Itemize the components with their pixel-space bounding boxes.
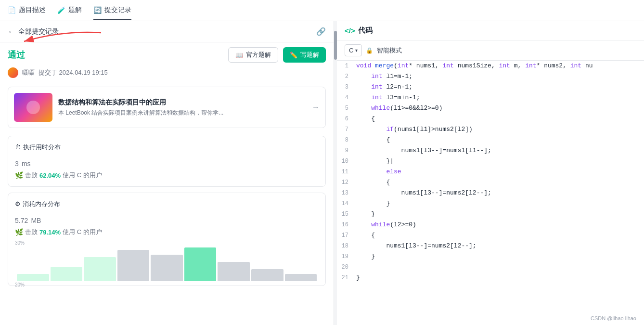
- book-icon: 📖: [235, 52, 243, 59]
- beat-icon-runtime: 🌿: [15, 171, 23, 179]
- beat-icon-memory: 🌿: [15, 228, 23, 236]
- left-content[interactable]: 数据结构和算法在实际项目中的应用 本 LeetBook 结合实际项目案例来讲解算…: [0, 83, 334, 325]
- code-line: 11 else: [337, 167, 644, 177]
- line-number: 8: [337, 135, 356, 145]
- book-thumb-inner: [26, 101, 40, 114]
- official-solution-button[interactable]: 📖 官方题解: [228, 47, 278, 63]
- bar: [51, 267, 83, 281]
- code-bracket-icon: </>: [345, 26, 355, 35]
- status-actions-row: 通过 📖 官方题解 ✏️ 写题解: [0, 42, 334, 67]
- line-code: int l3=m+n-1;: [356, 92, 644, 103]
- code-line: 13 nums1[l3--]=nums2[l2--];: [337, 188, 644, 198]
- line-code: }|: [356, 156, 644, 167]
- watermark: CSDN @lihao lihao: [591, 315, 636, 321]
- line-number: 10: [337, 156, 356, 167]
- memory-section: ⚙ 消耗内存分布 5.72 MB 🌿 击败 79.14% 使用 C 的用户 30…: [8, 193, 326, 286]
- left-panel-wrapper: ← 全部提交记录 🔗 通过: [0, 21, 337, 325]
- tab-solution-label: 题解: [68, 6, 82, 14]
- book-arrow-icon: →: [312, 103, 320, 112]
- link-icon[interactable]: 🔗: [316, 27, 326, 36]
- tab-description-label: 题目描述: [19, 6, 46, 14]
- code-line: 21}: [337, 273, 644, 283]
- solution-icon: 🧪: [57, 6, 65, 14]
- tab-solution[interactable]: 🧪 题解: [57, 1, 82, 20]
- memory-value: 5.72 MB: [15, 213, 319, 226]
- code-container[interactable]: 1void merge(int* nums1, int nums1Size, i…: [337, 61, 644, 325]
- bar: [251, 269, 283, 281]
- tab-description[interactable]: 📄 题目描述: [8, 1, 46, 20]
- chevron-down-icon: ▾: [355, 48, 358, 53]
- top-nav: 📄 题目描述 🧪 题解 🔄 提交记录: [0, 0, 644, 21]
- line-code: while(l1>=0&&l2>=0): [356, 103, 644, 114]
- line-number: 9: [337, 145, 356, 156]
- beat-label-runtime: 击败: [25, 171, 38, 180]
- line-number: 12: [337, 177, 356, 188]
- runtime-title: ⏱ 执行用时分布: [15, 143, 319, 152]
- language-selector[interactable]: C ▾: [345, 44, 362, 56]
- line-code: {: [356, 114, 644, 124]
- submitter-name: 嗫嗫: [22, 68, 35, 77]
- code-line: 17 {: [337, 230, 644, 241]
- avatar: [8, 67, 18, 78]
- bar: [84, 257, 116, 281]
- line-code: nums1[l3--]=nums1[l1--];: [356, 145, 644, 156]
- line-code: nums1[l3--]=nums2[l2--];: [356, 241, 644, 251]
- line-number: 19: [337, 251, 356, 262]
- line-number: 1: [337, 61, 356, 71]
- code-line: 5 while(l1>=0&&l2>=0): [337, 103, 644, 114]
- line-number: 16: [337, 220, 356, 230]
- tab-submissions-label: 提交记录: [104, 6, 131, 14]
- book-card[interactable]: 数据结构和算法在实际项目中的应用 本 LeetBook 结合实际项目案例来讲解算…: [8, 87, 326, 128]
- memory-beat: 🌿 击败 79.14% 使用 C 的用户: [15, 228, 319, 236]
- code-line: 20: [337, 262, 644, 273]
- line-code: else: [356, 167, 644, 177]
- line-number: 18: [337, 241, 356, 251]
- line-number: 2: [337, 71, 356, 82]
- line-code: int l1=m-1;: [356, 71, 644, 82]
- bar: [17, 274, 49, 281]
- line-number: 5: [337, 103, 356, 114]
- line-code: while(l2>=0): [356, 220, 644, 230]
- code-line: 19 }: [337, 251, 644, 262]
- left-panel: ← 全部提交记录 🔗 通过: [0, 21, 334, 325]
- line-number: 15: [337, 209, 356, 220]
- submit-time: 提交于 2024.04.19 19:15: [39, 68, 108, 77]
- bar: [184, 247, 217, 281]
- submitter-info: 嗫嗫 提交于 2024.04.19 19:15: [0, 67, 334, 83]
- write-solution-button[interactable]: ✏️ 写题解: [283, 47, 326, 63]
- right-title-label: 代码: [358, 26, 373, 35]
- book-title: 数据结构和算法在实际项目中的应用: [58, 98, 306, 107]
- runtime-value: 3 ms: [15, 156, 319, 169]
- beat-label-memory: 击败: [25, 228, 38, 236]
- lock-icon: 🔒: [366, 47, 373, 54]
- bar: [151, 255, 183, 281]
- right-header: </> 代码: [337, 21, 644, 40]
- beat-pct-runtime: 62.04%: [39, 172, 61, 179]
- code-line: 14 }: [337, 198, 644, 209]
- bar: [218, 262, 250, 281]
- line-code: }: [356, 273, 644, 283]
- runtime-beat: 🌿 击败 62.04% 使用 C 的用户: [15, 171, 319, 180]
- book-info: 数据结构和算法在实际项目中的应用 本 LeetBook 结合实际项目案例来讲解算…: [58, 98, 306, 117]
- official-solution-label: 官方题解: [246, 51, 271, 59]
- line-number: 4: [337, 92, 356, 103]
- line-number: 17: [337, 230, 356, 241]
- beat-suffix-runtime: 使用 C 的用户: [63, 171, 102, 180]
- status-pass: 通过: [8, 49, 25, 61]
- line-code: if(nums1[l1]>nums2[l2]): [356, 124, 644, 135]
- line-code: }: [356, 198, 644, 209]
- code-line: 15 }: [337, 209, 644, 220]
- back-link[interactable]: ← 全部提交记录: [8, 27, 59, 36]
- code-line: 18 nums1[l3--]=nums2[l2--];: [337, 241, 644, 251]
- bar-chart: [15, 247, 319, 281]
- tab-submissions[interactable]: 🔄 提交记录: [93, 1, 131, 20]
- memory-title: ⚙ 消耗内存分布: [15, 200, 319, 208]
- smart-mode: 智能模式: [377, 46, 402, 55]
- line-number: 7: [337, 124, 356, 135]
- line-code: }: [356, 209, 644, 220]
- beat-pct-memory: 79.14%: [39, 229, 61, 236]
- main-layout: ← 全部提交记录 🔗 通过: [0, 21, 644, 325]
- write-icon: ✏️: [290, 52, 297, 59]
- line-code: {: [356, 230, 644, 241]
- line-code: int l2=n-1;: [356, 82, 644, 92]
